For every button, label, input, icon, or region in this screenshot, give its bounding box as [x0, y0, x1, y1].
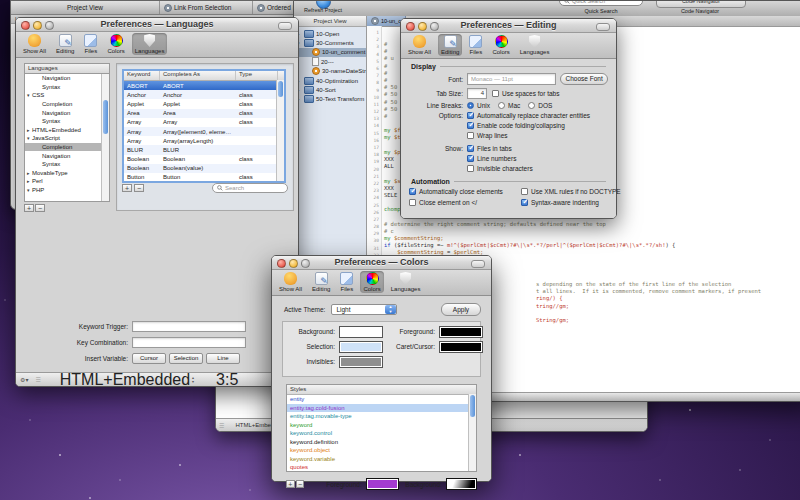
- toolbar-item-files[interactable]: Files: [337, 271, 356, 293]
- insert-line-button[interactable]: Line: [206, 353, 240, 364]
- tree-item[interactable]: ▸40-Optimization: [294, 76, 366, 85]
- language-list-item[interactable]: Syntax: [25, 160, 109, 169]
- tab-project-view[interactable]: Project View: [11, 1, 160, 14]
- show-checkbox[interactable]: Line numbers: [467, 155, 533, 162]
- completion-row[interactable]: AppletAppletclass: [124, 99, 284, 108]
- completion-row[interactable]: ArrayArray(arrayLength): [124, 136, 284, 145]
- option-checkbox[interactable]: Enable code folding/collapsing: [467, 122, 590, 129]
- language-list-item[interactable]: Syntax: [25, 83, 109, 92]
- automation-checkbox[interactable]: Use XML rules if no DOCTYPE: [521, 188, 621, 195]
- use-spaces-checkbox[interactable]: [492, 90, 499, 97]
- completion-row[interactable]: AnchorAnchorclass: [124, 90, 284, 99]
- add-style-button[interactable]: +: [286, 480, 295, 488]
- language-list-item[interactable]: Navigation: [25, 108, 109, 117]
- style-row[interactable]: entity.tag.cold-fusion: [287, 404, 476, 413]
- minimize-button[interactable]: [289, 259, 298, 268]
- color-well[interactable]: [439, 341, 483, 353]
- table-header[interactable]: KeywordCompletes AsType: [124, 71, 284, 81]
- toolbar-item-files[interactable]: Files: [466, 34, 485, 56]
- show-checkbox[interactable]: Invisible characters: [467, 165, 533, 172]
- style-row[interactable]: keyword.definition: [287, 438, 476, 447]
- style-row[interactable]: keyword.object: [287, 446, 476, 455]
- language-list-item[interactable]: Navigation: [25, 151, 109, 160]
- style-background-swatch[interactable]: [446, 478, 477, 490]
- quick-search-input[interactable]: Quick Search: [559, 1, 643, 6]
- style-row[interactable]: entity.tag.movable-type: [287, 412, 476, 421]
- scrollbar[interactable]: [101, 74, 109, 201]
- toolbar-item-colors[interactable]: Colors: [489, 34, 512, 56]
- minimize-button[interactable]: [33, 21, 42, 30]
- zoom-button[interactable]: [301, 259, 310, 268]
- completion-row[interactable]: BLURBLUR: [124, 145, 284, 154]
- language-list-item[interactable]: ▸HTML+Embedded: [25, 126, 109, 135]
- option-checkbox[interactable]: Wrap lines: [467, 132, 590, 139]
- toolbar-item-editing[interactable]: Editing: [309, 271, 333, 293]
- styles-header[interactable]: Styles: [287, 385, 476, 395]
- close-button[interactable]: [21, 21, 30, 30]
- language-list-item[interactable]: Completion: [25, 143, 109, 152]
- completion-row[interactable]: ArrayArrayclass: [124, 118, 284, 127]
- style-row[interactable]: keyword: [287, 421, 476, 430]
- color-well[interactable]: [339, 341, 383, 353]
- line-break-radio-dos[interactable]: DOS: [528, 102, 552, 109]
- tree-item[interactable]: 30-nameDateStr: [294, 67, 366, 76]
- apply-button[interactable]: Apply: [441, 303, 481, 316]
- toolbar-item-languages[interactable]: Languages: [388, 271, 424, 293]
- style-row[interactable]: keyword.control: [287, 429, 476, 438]
- remove-language-button[interactable]: −: [35, 204, 45, 212]
- language-list-item[interactable]: Syntax: [25, 117, 109, 126]
- language-list-item[interactable]: ▾JavaScript: [25, 134, 109, 143]
- scrollbar[interactable]: [276, 80, 284, 181]
- toolbar-toggle-button[interactable]: [278, 22, 292, 30]
- choose-font-button[interactable]: Choose Font: [560, 73, 608, 85]
- scrollbar[interactable]: [468, 394, 476, 471]
- close-button[interactable]: [277, 259, 286, 268]
- keyword-trigger-field[interactable]: [132, 321, 246, 332]
- toolbar-item-languages[interactable]: Languages: [517, 34, 553, 56]
- completion-row[interactable]: BooleanBoolean(value): [124, 164, 284, 173]
- column-header[interactable]: Completes As: [160, 71, 236, 80]
- toolbar-item-editing[interactable]: Editing: [438, 34, 462, 56]
- color-well[interactable]: [339, 356, 383, 368]
- close-button[interactable]: [406, 22, 415, 31]
- resize-grip[interactable]: ☰: [32, 376, 43, 383]
- toolbar-item-files[interactable]: Files: [81, 33, 100, 55]
- toolbar-toggle-button[interactable]: [471, 260, 485, 268]
- tree-item[interactable]: 20---: [294, 57, 366, 66]
- remove-style-button[interactable]: −: [296, 480, 305, 488]
- title-bar[interactable]: Preferences — Editing: [401, 19, 616, 33]
- style-foreground-swatch[interactable]: [366, 478, 400, 490]
- resize-grip[interactable]: ☰: [216, 422, 227, 429]
- automation-checkbox[interactable]: Syntax-aware indenting: [521, 199, 621, 206]
- minimize-button[interactable]: [418, 22, 427, 31]
- show-checkbox[interactable]: Files in tabs: [467, 145, 533, 152]
- zoom-button[interactable]: [45, 21, 54, 30]
- tree-item[interactable]: ▸10-Open: [294, 29, 366, 38]
- tree-item[interactable]: ▾30-Comments: [294, 38, 366, 47]
- remove-completion-button[interactable]: −: [134, 184, 144, 192]
- language-list-item[interactable]: ▸Perl: [25, 177, 109, 186]
- automation-checkbox[interactable]: Close element on </: [409, 199, 521, 206]
- style-row[interactable]: quotes: [287, 463, 476, 472]
- completion-row[interactable]: BooleanBooleanclass: [124, 155, 284, 164]
- toolbar-item-show-all[interactable]: Show All: [405, 34, 434, 56]
- color-well[interactable]: [339, 326, 383, 338]
- title-bar[interactable]: Preferences — Languages: [16, 18, 298, 32]
- language-list-item[interactable]: Completion: [25, 100, 109, 109]
- column-header[interactable]: Type: [236, 71, 278, 80]
- language-popup[interactable]: HTML+Embedded: [60, 371, 190, 389]
- theme-dropdown[interactable]: Light ▲▼: [331, 304, 397, 315]
- toolbar-item-show-all[interactable]: Show All: [20, 33, 49, 55]
- code-navigator-button[interactable]: Code Navigator: [656, 1, 746, 8]
- toolbar-toggle-button[interactable]: [596, 23, 610, 31]
- search-input[interactable]: Search: [212, 183, 288, 193]
- tree-item[interactable]: 10-un_comment: [294, 48, 366, 57]
- title-bar[interactable]: Preferences — Colors: [272, 256, 491, 270]
- completion-row[interactable]: ArrayArray([element0, eleme…: [124, 127, 284, 136]
- completion-row[interactable]: ABORTABORT: [124, 81, 284, 90]
- toolbar-item-show-all[interactable]: Show All: [276, 271, 305, 293]
- add-completion-button[interactable]: +: [122, 184, 132, 192]
- tree-item[interactable]: ▸50-Text Transform: [294, 95, 366, 104]
- column-header[interactable]: Keyword: [124, 71, 160, 80]
- completion-row[interactable]: AreaAreaclass: [124, 109, 284, 118]
